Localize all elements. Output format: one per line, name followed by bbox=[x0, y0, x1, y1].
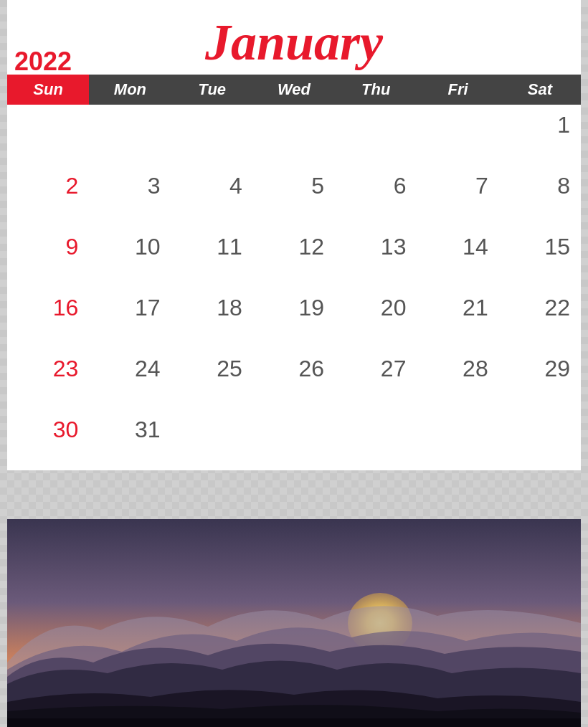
day-4: 4 bbox=[171, 166, 253, 227]
day-empty bbox=[417, 105, 498, 166]
day-empty bbox=[171, 409, 253, 470]
day-empty bbox=[499, 409, 581, 470]
day-empty bbox=[253, 409, 335, 470]
day-empty bbox=[7, 105, 89, 166]
day-empty bbox=[335, 105, 417, 166]
day-2: 2 bbox=[7, 166, 89, 227]
day-29: 29 bbox=[499, 348, 581, 409]
weekday-wed: Wed bbox=[253, 75, 335, 105]
weekday-sat: Sat bbox=[499, 75, 581, 105]
day-25: 25 bbox=[171, 348, 253, 409]
day-31: 31 bbox=[89, 409, 171, 470]
day-empty bbox=[335, 409, 417, 470]
day-18: 18 bbox=[171, 288, 253, 348]
day-14: 14 bbox=[417, 227, 498, 288]
day-6: 6 bbox=[335, 166, 417, 227]
month-title: January bbox=[7, 7, 581, 75]
day-5: 5 bbox=[253, 166, 335, 227]
day-8: 8 bbox=[499, 166, 581, 227]
day-7: 7 bbox=[417, 166, 498, 227]
day-26: 26 bbox=[253, 348, 335, 409]
calendar-grid: 1 2 3 4 5 6 7 8 9 10 11 12 13 14 15 16 1… bbox=[7, 105, 581, 470]
day-17: 17 bbox=[89, 288, 171, 348]
weekday-tue: Tue bbox=[171, 75, 253, 105]
weekday-fri: Fri bbox=[417, 75, 498, 105]
svg-rect-2 bbox=[7, 718, 581, 727]
weekday-thu: Thu bbox=[335, 75, 417, 105]
day-11: 11 bbox=[171, 227, 253, 288]
day-empty bbox=[417, 409, 498, 470]
day-12: 12 bbox=[253, 227, 335, 288]
day-empty bbox=[253, 105, 335, 166]
day-empty bbox=[171, 105, 253, 166]
day-19: 19 bbox=[253, 288, 335, 348]
day-30: 30 bbox=[7, 409, 89, 470]
weekday-sun: Sun bbox=[7, 75, 89, 105]
day-1: 1 bbox=[499, 105, 581, 166]
day-15: 15 bbox=[499, 227, 581, 288]
day-23: 23 bbox=[7, 348, 89, 409]
day-24: 24 bbox=[89, 348, 171, 409]
day-9: 9 bbox=[7, 227, 89, 288]
day-16: 16 bbox=[7, 288, 89, 348]
weekday-header: Sun Mon Tue Wed Thu Fri Sat bbox=[7, 75, 581, 105]
day-21: 21 bbox=[417, 288, 498, 348]
day-3: 3 bbox=[89, 166, 171, 227]
day-empty bbox=[89, 105, 171, 166]
day-27: 27 bbox=[335, 348, 417, 409]
day-20: 20 bbox=[335, 288, 417, 348]
day-13: 13 bbox=[335, 227, 417, 288]
day-10: 10 bbox=[89, 227, 171, 288]
calendar-container: January 2022 Sun Mon Tue Wed Thu Fri Sat… bbox=[7, 0, 581, 470]
year-label: 2022 bbox=[14, 47, 72, 77]
day-22: 22 bbox=[499, 288, 581, 348]
weekday-mon: Mon bbox=[89, 75, 171, 105]
day-28: 28 bbox=[417, 348, 498, 409]
landscape-image bbox=[7, 519, 581, 727]
